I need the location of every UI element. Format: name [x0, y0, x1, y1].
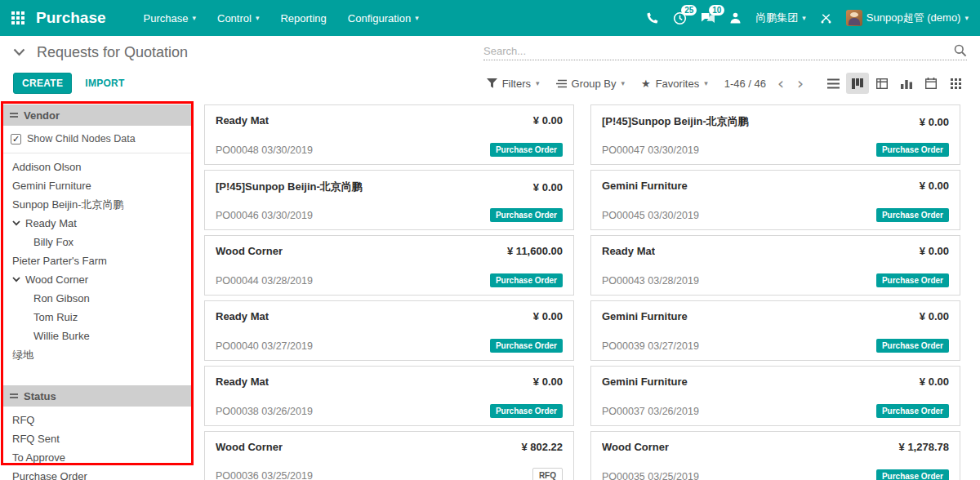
status-filter-item[interactable]: RFQ Sent [2, 429, 194, 448]
list-view-icon[interactable] [822, 73, 844, 94]
pivot-view-icon[interactable] [871, 73, 893, 94]
kanban-card[interactable]: Ready Mat¥ 0.00 PO00048 03/30/2019Purcha… [204, 104, 574, 165]
kanban-card[interactable]: Wood Corner¥ 802.22 PO00036 03/25/2019RF… [204, 431, 574, 480]
status-filter-item[interactable]: To Approve [2, 448, 194, 467]
app-title[interactable]: Purchase [36, 9, 106, 27]
graph-view-icon[interactable] [895, 73, 918, 94]
pager-previous-button[interactable]: ‹ [776, 78, 786, 89]
filter-funnel-icon [487, 78, 497, 88]
card-amount: ¥ 11,600.00 [507, 245, 563, 257]
vendor-filter-label: 绿地 [12, 348, 33, 362]
user-menu[interactable]: Sunpop超管 (demo) ▾ [846, 10, 969, 26]
activity-view-icon[interactable] [944, 73, 967, 94]
status-filter-item[interactable]: RFQ [2, 411, 194, 429]
search-icon[interactable] [954, 44, 967, 57]
group-by-button[interactable]: Group By ▾ [556, 78, 625, 90]
menu-reporting[interactable]: Reporting [272, 7, 334, 29]
chevron-down-icon[interactable] [12, 220, 20, 226]
calendar-view-icon[interactable] [920, 73, 942, 94]
search-input[interactable] [483, 45, 954, 57]
main-content: Vendor ✓ Show Child Nodes Data Addison O… [0, 98, 980, 480]
filters-label: Filters [502, 78, 531, 90]
status-filter-list: RFQ RFQ Sent To Approve Purchase Order [2, 411, 194, 480]
kanban-card[interactable]: Wood Corner¥ 11,600.00 PO00044 03/28/201… [204, 235, 574, 296]
search-panel: Vendor ✓ Show Child Nodes Data Addison O… [0, 98, 196, 480]
section-bars-icon [10, 393, 18, 398]
kanban-card[interactable]: Gemini Furniture¥ 0.00 PO00037 03/26/201… [590, 366, 960, 426]
import-button[interactable]: IMPORT [85, 78, 124, 89]
menu-purchase-label: Purchase [144, 12, 189, 24]
scissors-icon[interactable] [820, 12, 832, 24]
status-section-label: Status [24, 390, 56, 402]
vendor-filter-child-item[interactable]: Billy Fox [2, 233, 194, 251]
menu-purchase[interactable]: Purchase ▾ [136, 7, 204, 29]
vendor-filter-child-item[interactable]: Willie Burke [2, 327, 194, 345]
card-amount: ¥ 0.00 [920, 245, 949, 257]
menu-configuration[interactable]: Configuration ▾ [340, 7, 427, 29]
caret-down-icon: ▾ [802, 14, 806, 22]
kanban-card[interactable]: Ready Mat¥ 0.00 PO00038 03/26/2019Purcha… [204, 366, 574, 426]
company-menu[interactable]: 尚鹏集团 ▾ [755, 11, 806, 25]
favorites-button[interactable]: ★ Favorites ▾ [641, 78, 708, 90]
card-status-badge: Purchase Order [876, 208, 949, 222]
card-amount: ¥ 0.00 [920, 116, 949, 128]
card-vendor: Gemini Furniture [602, 180, 688, 192]
vendor-filter-item-expanded[interactable]: Ready Mat [2, 214, 194, 233]
vendor-filter-item-expanded[interactable]: Wood Corner [2, 270, 194, 289]
vendor-filter-item[interactable]: 绿地 [2, 345, 194, 364]
card-status-badge: Purchase Order [876, 469, 949, 480]
vendor-filter-label: Wood Corner [25, 273, 88, 286]
vendor-filter-item[interactable]: Addison Olson [2, 158, 194, 176]
kanban-card[interactable]: Gemini Furniture¥ 0.00 PO00045 03/30/201… [590, 170, 960, 230]
user-avatar [846, 10, 862, 26]
kanban-card[interactable]: Ready Mat¥ 0.00 PO00043 03/28/2019Purcha… [590, 235, 960, 296]
company-name: 尚鹏集团 [755, 11, 798, 25]
vendor-filter-item[interactable]: Pieter Parter's Farm [2, 251, 194, 270]
group-by-icon [556, 79, 567, 88]
vendor-filter-item[interactable]: Sunpop Beijin-北京尚鹏 [2, 195, 194, 214]
filters-button[interactable]: Filters ▾ [487, 78, 540, 90]
card-vendor: Ready Mat [216, 310, 269, 322]
show-child-nodes-label: Show Child Nodes Data [27, 133, 136, 144]
favorites-label: Favorites [656, 78, 699, 90]
card-amount: ¥ 802.22 [521, 441, 563, 453]
kanban-card[interactable]: [P!45]Sunpop Beijin-北京尚鹏¥ 0.00 PO00047 0… [590, 104, 960, 165]
card-status-badge: Purchase Order [876, 143, 949, 157]
vendor-filter-list: Addison Olson Gemini Furniture Sunpop Be… [2, 158, 194, 364]
vendor-filter-label: Sunpop Beijin-北京尚鹏 [12, 198, 124, 212]
caret-down-icon: ▾ [415, 14, 419, 22]
card-amount: ¥ 0.00 [533, 376, 563, 388]
vendor-filter-label: Billy Fox [33, 236, 74, 248]
apps-menu-icon[interactable] [11, 11, 24, 24]
vendor-filter-item[interactable]: Gemini Furniture [2, 176, 194, 195]
chevron-down-icon[interactable] [13, 48, 25, 56]
create-button[interactable]: CREATE [13, 73, 72, 94]
pager-range: 1-46 / 46 [724, 78, 766, 90]
card-vendor: [P!45]Sunpop Beijin-北京尚鹏 [216, 180, 363, 194]
vendor-filter-child-item[interactable]: Tom Ruiz [2, 308, 194, 327]
kanban-card[interactable]: Gemini Furniture¥ 0.00 PO00039 03/27/201… [590, 300, 960, 361]
caret-down-icon: ▾ [621, 79, 625, 87]
card-vendor: Wood Corner [602, 441, 669, 453]
show-child-nodes-checkbox[interactable]: ✓ Show Child Nodes Data [2, 126, 194, 153]
card-reference: PO00040 03/27/2019 [216, 340, 313, 352]
vendor-filter-child-item[interactable]: Ron Gibson [2, 289, 194, 308]
card-amount: ¥ 0.00 [920, 180, 949, 192]
user-name: Sunpop超管 (demo) [866, 11, 961, 25]
menu-control[interactable]: Control ▾ [209, 7, 267, 29]
kanban-card[interactable]: [P!45]Sunpop Beijin-北京尚鹏¥ 0.00 PO00046 0… [204, 170, 574, 230]
card-status-badge: Purchase Order [490, 339, 563, 353]
card-status-badge: RFQ [532, 468, 563, 480]
kanban-card[interactable]: Ready Mat¥ 0.00 PO00040 03/27/2019Purcha… [204, 300, 574, 361]
messages-icon[interactable]: 10 [701, 11, 715, 24]
activities-clock-icon[interactable]: 25 [673, 11, 687, 25]
card-vendor: Ready Mat [216, 376, 269, 388]
kanban-view-icon[interactable] [846, 73, 869, 94]
pager-next-button[interactable]: › [795, 78, 805, 89]
phone-icon[interactable] [646, 11, 659, 24]
user-switch-icon[interactable] [729, 11, 742, 24]
chevron-down-icon[interactable] [12, 277, 20, 282]
kanban-card[interactable]: Wood Corner¥ 1,278.78 PO00035 03/25/2019… [590, 431, 960, 480]
status-filter-item[interactable]: Purchase Order [2, 467, 194, 480]
card-vendor: Wood Corner [216, 245, 283, 257]
